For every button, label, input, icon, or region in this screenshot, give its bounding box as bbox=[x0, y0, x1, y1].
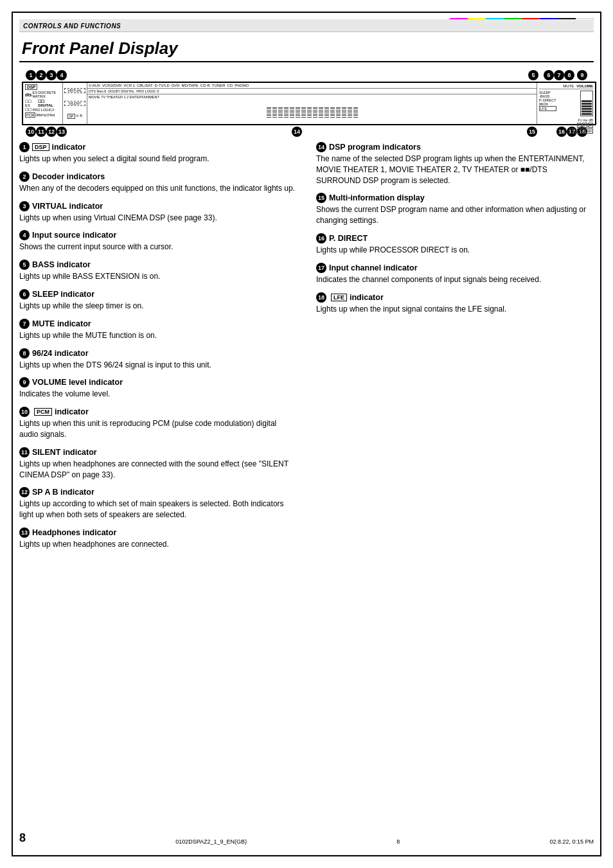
callout-7: 7 bbox=[554, 70, 564, 80]
disp-volume-bar bbox=[580, 91, 593, 116]
seg-5 bbox=[290, 106, 294, 118]
disp-prologic-row: ☐☐ PRO LOGIC/I bbox=[25, 108, 60, 112]
num-circle-11: 11 bbox=[19, 447, 30, 457]
indicator-13-label: Headphones indicator bbox=[32, 528, 116, 537]
page-border-top bbox=[12, 12, 601, 13]
indicator-16-desc: Lights up while PROCESSOR DIRECT is on. bbox=[316, 245, 594, 256]
page-title: Front Panel Display bbox=[19, 39, 594, 62]
callout-14: 14 bbox=[292, 127, 302, 137]
indicator-5-title: 5 BASS indicator bbox=[19, 260, 297, 270]
indicator-5-desc: Lights up while BASS EXTENSION is on. bbox=[19, 271, 297, 282]
disp-inputs: V-AUX VCR2/DVR VCR 1 CBL/SAT D-TV/LD DVD… bbox=[87, 83, 537, 89]
disp-dts-row: dts ES DISCRETE MATRIX bbox=[25, 91, 60, 98]
disp-pcm-row: PCM 96kHz/24bit bbox=[25, 112, 60, 118]
front-panel-display: DSP dts ES DISCRETE MATRIX ☐☐ EX ☐☐ DIGI… bbox=[22, 82, 596, 125]
footer-left: 0102DSPAZ2_1_9_EN(GB) bbox=[175, 838, 247, 845]
indicator-17-label: Input channel indicator bbox=[329, 263, 418, 272]
indicator-9-desc: Indicates the volume level. bbox=[19, 389, 297, 400]
indicator-8-title: 8 96/24 indicator bbox=[19, 348, 297, 359]
disp-mute: MUTE bbox=[563, 84, 574, 88]
page-border-right bbox=[600, 12, 601, 856]
indicator-3-title: 3 VIRTUAL indicator bbox=[19, 201, 297, 211]
badge-lfe: LFE bbox=[331, 294, 347, 301]
indicator-12-desc: Lights up according to which set of main… bbox=[19, 499, 297, 520]
num-circle-2: 2 bbox=[19, 172, 30, 182]
callout-11: 11 bbox=[36, 127, 46, 137]
vol-bar-container bbox=[580, 91, 593, 116]
page-border-bottom bbox=[12, 855, 601, 856]
callout-spacer bbox=[67, 70, 528, 80]
indicator-9: 9 VOLUME level indicator Indicates the v… bbox=[19, 377, 297, 400]
disp-ft-ms: Ft ms dB bbox=[539, 118, 593, 122]
page-number: 8 bbox=[19, 831, 26, 845]
seg-13 bbox=[336, 106, 341, 118]
indicator-16-label: P. DIRECT bbox=[329, 234, 368, 243]
vol-seg-6 bbox=[582, 100, 592, 102]
disp-vcr1: VCR 1 bbox=[123, 84, 135, 87]
callout-13: 13 bbox=[57, 127, 67, 137]
indicator-1-title: 1 DSP indicator bbox=[19, 142, 297, 152]
num-circle-12: 12 bbox=[19, 487, 30, 497]
callout-top-row: 1 2 3 4 5 6 7 8 9 bbox=[19, 70, 594, 82]
indicator-6-label: SLEEP indicator bbox=[32, 290, 94, 299]
indicator-16-title: 16 P. DIRECT bbox=[316, 233, 594, 244]
indicator-15-label: Multi-information display bbox=[329, 193, 425, 202]
seg-10 bbox=[319, 106, 323, 118]
indicator-4-desc: Shows the current input source with a cu… bbox=[19, 242, 297, 252]
num-circle-17: 17 bbox=[316, 263, 326, 273]
seg-1 bbox=[267, 106, 271, 118]
indicator-11-title: 11 SILENT indicator bbox=[19, 447, 297, 457]
disp-sp: SP bbox=[67, 114, 75, 119]
disp-vcr2: VCR2/DVR bbox=[102, 84, 121, 87]
seg-4 bbox=[284, 106, 289, 118]
seg-6 bbox=[296, 106, 300, 118]
indicator-9-label: VOLUME level indicator bbox=[32, 378, 123, 387]
indicator-12: 12 SP A B indicator Lights up according … bbox=[19, 487, 297, 520]
seg-7 bbox=[301, 106, 306, 118]
indicator-1-desc: Lights up when you select a digital soun… bbox=[19, 154, 297, 164]
disp-volume-label: VOLUME bbox=[576, 84, 593, 88]
page-footer: 8 0102DSPAZ2_1_9_EN(GB) 8 02.8.22, 0:15 … bbox=[19, 831, 594, 845]
indicator-15-title: 15 Multi-information display bbox=[316, 193, 594, 203]
num-circle-16: 16 bbox=[316, 233, 326, 244]
indicator-4-label: Input source indicator bbox=[32, 231, 116, 240]
vol-seg-5 bbox=[582, 103, 592, 105]
disp-dts-neo6: DTS Neo:6 bbox=[89, 89, 106, 93]
disp-mute-sleep: MUTE VOLUME bbox=[539, 84, 593, 89]
disp-pro-logic: PRO LOGIC II bbox=[136, 89, 159, 93]
indicator-4-title: 4 Input source indicator bbox=[19, 230, 297, 240]
indicator-13-desc: Lights up when headphones are connected. bbox=[19, 539, 297, 550]
seg-11 bbox=[324, 106, 329, 118]
disp-c: C bbox=[582, 123, 587, 128]
callout-12: 12 bbox=[46, 127, 57, 137]
indicator-2-label: Decoder indicators bbox=[32, 172, 105, 181]
indicator-18-label: indicator bbox=[350, 293, 384, 302]
num-circle-18: 18 bbox=[316, 292, 326, 303]
disp-right: MUTE VOLUME SLEEP -BASS P. DIRECT 96/24 … bbox=[537, 83, 595, 124]
disp-left: DSP dts ES DISCRETE MATRIX ☐☐ EX ☐☐ DIGI… bbox=[23, 83, 63, 124]
disp-rr: RR bbox=[585, 128, 593, 134]
indicator-12-label: SP A B indicator bbox=[32, 488, 94, 497]
indicator-1-label: indicator bbox=[52, 143, 86, 152]
indicator-17: 17 Input channel indicator Indicates the… bbox=[316, 263, 594, 285]
disp-b: B bbox=[80, 114, 82, 119]
seg-15 bbox=[348, 106, 352, 118]
indicator-5: 5 BASS indicator Lights up while BASS EX… bbox=[19, 260, 297, 282]
seg-3 bbox=[278, 106, 283, 118]
disp-sp-ab: SP A B bbox=[64, 114, 85, 119]
indicator-17-desc: Indicates the channel components of inpu… bbox=[316, 274, 594, 285]
indicator-5-label: BASS indicator bbox=[32, 260, 91, 269]
seg-8 bbox=[307, 106, 312, 118]
seg-14 bbox=[342, 106, 346, 118]
indicators-left: 1 DSP indicator Lights up when you selec… bbox=[19, 142, 297, 557]
footer-right: 02.8.22, 0:15 PM bbox=[549, 838, 594, 845]
disp-silent-label: SILENT bbox=[64, 101, 85, 106]
indicator-3-desc: Lights up when using Virtual CINEMA DSP … bbox=[19, 213, 297, 224]
vol-seg-4 bbox=[582, 105, 592, 107]
disp-bass-pdirect: SLEEP -BASS P. DIRECT 96/24 LFE bbox=[539, 91, 593, 116]
disp-cd: CD bbox=[227, 84, 233, 87]
indicator-15: 15 Multi-information display Shows the c… bbox=[316, 193, 594, 226]
disp-lcr: L C R bbox=[539, 123, 593, 128]
disp-right-labels: SLEEP -BASS P. DIRECT 96/24 LFE bbox=[539, 91, 556, 116]
seg-2 bbox=[272, 106, 277, 118]
